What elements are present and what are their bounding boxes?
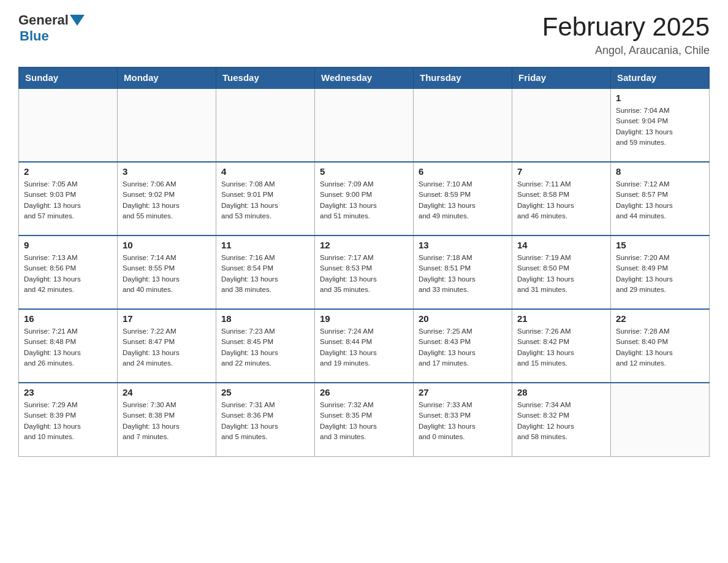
calendar-cell: 5Sunrise: 7:09 AMSunset: 9:00 PMDaylight… — [315, 162, 414, 236]
day-number: 4 — [221, 166, 309, 177]
day-number: 12 — [320, 240, 408, 250]
calendar-cell: 1Sunrise: 7:04 AMSunset: 9:04 PMDaylight… — [611, 88, 710, 162]
calendar-cell — [611, 383, 710, 456]
day-info: Sunrise: 7:06 AMSunset: 9:02 PMDaylight:… — [123, 179, 211, 221]
calendar-cell: 23Sunrise: 7:29 AMSunset: 8:39 PMDayligh… — [19, 383, 118, 456]
weekday-header-sunday: Sunday — [19, 67, 118, 89]
calendar-week-4: 23Sunrise: 7:29 AMSunset: 8:39 PMDayligh… — [19, 383, 710, 456]
calendar-cell: 25Sunrise: 7:31 AMSunset: 8:36 PMDayligh… — [216, 383, 315, 456]
calendar-cell: 13Sunrise: 7:18 AMSunset: 8:51 PMDayligh… — [414, 236, 512, 309]
day-number: 15 — [616, 240, 704, 250]
day-number: 19 — [320, 313, 408, 324]
day-number: 22 — [616, 313, 704, 324]
calendar-cell: 24Sunrise: 7:30 AMSunset: 8:38 PMDayligh… — [118, 383, 216, 456]
day-number: 14 — [517, 240, 605, 250]
day-number: 11 — [221, 240, 309, 250]
calendar-cell: 11Sunrise: 7:16 AMSunset: 8:54 PMDayligh… — [216, 236, 315, 309]
calendar-cell: 21Sunrise: 7:26 AMSunset: 8:42 PMDayligh… — [512, 309, 611, 383]
calendar-cell: 15Sunrise: 7:20 AMSunset: 8:49 PMDayligh… — [611, 236, 710, 309]
calendar-cell: 3Sunrise: 7:06 AMSunset: 9:02 PMDaylight… — [118, 162, 216, 236]
calendar-body: 1Sunrise: 7:04 AMSunset: 9:04 PMDaylight… — [19, 88, 710, 456]
calendar-cell: 20Sunrise: 7:25 AMSunset: 8:43 PMDayligh… — [414, 309, 512, 383]
day-info: Sunrise: 7:23 AMSunset: 8:45 PMDaylight:… — [221, 326, 309, 369]
title-section: February 2025 Angol, Araucania, Chile — [542, 12, 710, 57]
day-info: Sunrise: 7:32 AMSunset: 8:35 PMDaylight:… — [320, 400, 408, 442]
day-number: 2 — [24, 166, 112, 177]
day-number: 26 — [320, 387, 408, 397]
day-number: 18 — [221, 313, 309, 324]
day-number: 9 — [24, 240, 112, 250]
day-number: 1 — [616, 93, 704, 103]
day-number: 20 — [419, 313, 507, 324]
location-subtitle: Angol, Araucania, Chile — [542, 44, 710, 57]
day-info: Sunrise: 7:31 AMSunset: 8:36 PMDaylight:… — [221, 400, 309, 442]
logo-blue-text: Blue — [20, 28, 49, 44]
day-info: Sunrise: 7:14 AMSunset: 8:55 PMDaylight:… — [123, 253, 211, 295]
day-info: Sunrise: 7:18 AMSunset: 8:51 PMDaylight:… — [419, 253, 507, 295]
day-number: 6 — [419, 166, 507, 177]
day-info: Sunrise: 7:16 AMSunset: 8:54 PMDaylight:… — [221, 253, 309, 295]
day-number: 25 — [221, 387, 309, 397]
day-info: Sunrise: 7:25 AMSunset: 8:43 PMDaylight:… — [419, 326, 507, 369]
day-info: Sunrise: 7:13 AMSunset: 8:56 PMDaylight:… — [24, 253, 112, 295]
calendar-cell: 22Sunrise: 7:28 AMSunset: 8:40 PMDayligh… — [611, 309, 710, 383]
day-info: Sunrise: 7:17 AMSunset: 8:53 PMDaylight:… — [320, 253, 408, 295]
day-info: Sunrise: 7:10 AMSunset: 8:59 PMDaylight:… — [419, 179, 507, 221]
calendar-cell — [414, 88, 512, 162]
day-number: 7 — [517, 166, 605, 177]
calendar-week-1: 2Sunrise: 7:05 AMSunset: 9:03 PMDaylight… — [19, 162, 710, 236]
day-number: 24 — [123, 387, 211, 397]
day-number: 8 — [616, 166, 704, 177]
day-info: Sunrise: 7:04 AMSunset: 9:04 PMDaylight:… — [616, 105, 704, 148]
day-info: Sunrise: 7:21 AMSunset: 8:48 PMDaylight:… — [24, 326, 112, 369]
calendar-cell — [216, 88, 315, 162]
calendar-cell: 6Sunrise: 7:10 AMSunset: 8:59 PMDaylight… — [414, 162, 512, 236]
calendar-cell: 19Sunrise: 7:24 AMSunset: 8:44 PMDayligh… — [315, 309, 414, 383]
logo-general-text: General — [18, 12, 69, 28]
calendar-cell: 27Sunrise: 7:33 AMSunset: 8:33 PMDayligh… — [414, 383, 512, 456]
day-number: 21 — [517, 313, 605, 324]
day-info: Sunrise: 7:09 AMSunset: 9:00 PMDaylight:… — [320, 179, 408, 221]
calendar-cell — [315, 88, 414, 162]
day-info: Sunrise: 7:28 AMSunset: 8:40 PMDaylight:… — [616, 326, 704, 369]
day-info: Sunrise: 7:34 AMSunset: 8:32 PMDaylight:… — [517, 400, 605, 442]
weekday-header-saturday: Saturday — [611, 67, 710, 89]
day-info: Sunrise: 7:33 AMSunset: 8:33 PMDaylight:… — [419, 400, 507, 442]
calendar-cell: 10Sunrise: 7:14 AMSunset: 8:55 PMDayligh… — [118, 236, 216, 309]
day-info: Sunrise: 7:12 AMSunset: 8:57 PMDaylight:… — [616, 179, 704, 221]
calendar-cell: 28Sunrise: 7:34 AMSunset: 8:32 PMDayligh… — [512, 383, 611, 456]
day-info: Sunrise: 7:26 AMSunset: 8:42 PMDaylight:… — [517, 326, 605, 369]
calendar-cell: 26Sunrise: 7:32 AMSunset: 8:35 PMDayligh… — [315, 383, 414, 456]
weekday-header-row: SundayMondayTuesdayWednesdayThursdayFrid… — [19, 67, 710, 89]
day-info: Sunrise: 7:19 AMSunset: 8:50 PMDaylight:… — [517, 253, 605, 295]
calendar-week-2: 9Sunrise: 7:13 AMSunset: 8:56 PMDaylight… — [19, 236, 710, 309]
weekday-header-friday: Friday — [512, 67, 611, 89]
calendar-cell: 2Sunrise: 7:05 AMSunset: 9:03 PMDaylight… — [19, 162, 118, 236]
day-number: 27 — [419, 387, 507, 397]
day-number: 10 — [123, 240, 211, 250]
day-info: Sunrise: 7:08 AMSunset: 9:01 PMDaylight:… — [221, 179, 309, 221]
calendar-week-3: 16Sunrise: 7:21 AMSunset: 8:48 PMDayligh… — [19, 309, 710, 383]
day-info: Sunrise: 7:20 AMSunset: 8:49 PMDaylight:… — [616, 253, 704, 295]
day-info: Sunrise: 7:22 AMSunset: 8:47 PMDaylight:… — [123, 326, 211, 369]
calendar-week-0: 1Sunrise: 7:04 AMSunset: 9:04 PMDaylight… — [19, 88, 710, 162]
weekday-header-thursday: Thursday — [414, 67, 512, 89]
weekday-header-monday: Monday — [118, 67, 216, 89]
day-info: Sunrise: 7:24 AMSunset: 8:44 PMDaylight:… — [320, 326, 408, 369]
day-number: 13 — [419, 240, 507, 250]
logo-arrow-icon — [70, 15, 85, 26]
day-number: 5 — [320, 166, 408, 177]
calendar-cell: 9Sunrise: 7:13 AMSunset: 8:56 PMDaylight… — [19, 236, 118, 309]
day-number: 28 — [517, 387, 605, 397]
day-number: 16 — [24, 313, 112, 324]
calendar-cell: 4Sunrise: 7:08 AMSunset: 9:01 PMDaylight… — [216, 162, 315, 236]
day-info: Sunrise: 7:30 AMSunset: 8:38 PMDaylight:… — [123, 400, 211, 442]
day-info: Sunrise: 7:29 AMSunset: 8:39 PMDaylight:… — [24, 400, 112, 442]
day-number: 23 — [24, 387, 112, 397]
calendar-cell: 12Sunrise: 7:17 AMSunset: 8:53 PMDayligh… — [315, 236, 414, 309]
calendar-cell: 8Sunrise: 7:12 AMSunset: 8:57 PMDaylight… — [611, 162, 710, 236]
day-number: 17 — [123, 313, 211, 324]
calendar-cell: 16Sunrise: 7:21 AMSunset: 8:48 PMDayligh… — [19, 309, 118, 383]
day-info: Sunrise: 7:11 AMSunset: 8:58 PMDaylight:… — [517, 179, 605, 221]
logo: General Blue — [18, 12, 85, 44]
